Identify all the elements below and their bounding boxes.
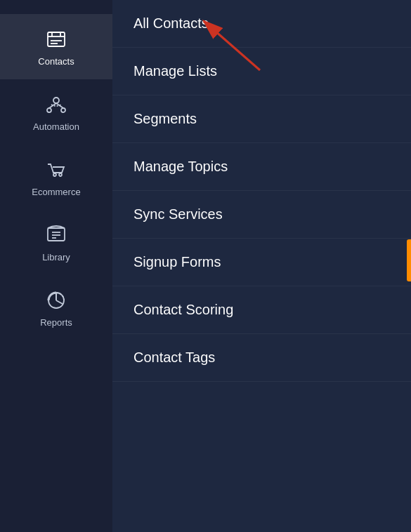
dropdown-item-manage-topics[interactable]: Manage Topics xyxy=(112,143,411,191)
dropdown-item-contact-scoring[interactable]: Contact Scoring xyxy=(112,286,411,334)
contacts-icon xyxy=(44,27,69,52)
dropdown-item-manage-lists[interactable]: Manage Lists xyxy=(112,48,411,95)
svg-rect-0 xyxy=(48,32,65,46)
dropdown-item-contact-tags[interactable]: Contact Tags xyxy=(112,334,411,382)
sidebar-item-library-label: Library xyxy=(42,252,70,262)
dropdown-panel: All Contacts Manage Lists Segments Manag… xyxy=(112,0,411,532)
svg-point-6 xyxy=(53,98,59,103)
svg-point-8 xyxy=(61,108,65,112)
sidebar-item-ecommerce[interactable]: Ecommerce xyxy=(0,145,112,210)
dropdown-item-all-contacts[interactable]: All Contacts xyxy=(112,0,411,48)
svg-rect-13 xyxy=(48,228,65,241)
sidebar-item-reports-label: Reports xyxy=(40,317,72,328)
sidebar-item-reports[interactable]: Reports xyxy=(0,275,112,340)
library-icon xyxy=(44,222,69,248)
sidebar-item-contacts-label: Contacts xyxy=(38,56,74,67)
sidebar-item-ecommerce-label: Ecommerce xyxy=(32,187,80,197)
sidebar-item-automation[interactable]: Automation xyxy=(0,79,112,145)
app-container: Contacts Automation xyxy=(0,0,411,532)
ecommerce-icon xyxy=(44,157,69,182)
svg-point-12 xyxy=(59,173,62,176)
reports-icon xyxy=(44,288,69,313)
dropdown-item-signup-forms[interactable]: Signup Forms xyxy=(112,239,411,286)
svg-point-7 xyxy=(47,108,51,112)
sidebar: Contacts Automation xyxy=(0,0,112,532)
sidebar-item-library[interactable]: Library xyxy=(0,210,112,275)
automation-icon xyxy=(44,92,69,117)
svg-point-11 xyxy=(53,173,56,176)
dropdown-item-segments[interactable]: Segments xyxy=(112,95,411,143)
sidebar-item-automation-label: Automation xyxy=(33,121,79,132)
sidebar-item-contacts[interactable]: Contacts xyxy=(0,14,112,79)
dropdown-item-sync-services[interactable]: Sync Services xyxy=(112,191,411,239)
right-accent-bar xyxy=(407,239,411,281)
